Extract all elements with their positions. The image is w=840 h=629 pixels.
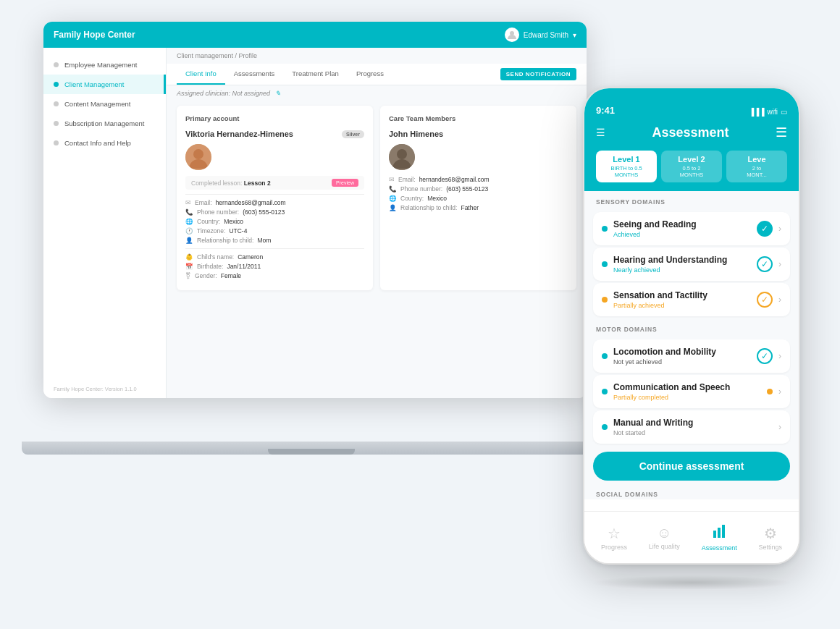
domain-manual[interactable]: Manual and Writing Not started › bbox=[593, 410, 790, 444]
breadcrumb: Client management / Profile bbox=[167, 48, 587, 64]
laptop-container: Family Hope Center Edward Smith ▾ Employ… bbox=[43, 22, 608, 442]
gender-value: Female bbox=[221, 272, 241, 279]
menu-icon[interactable]: ☰ bbox=[776, 124, 787, 140]
domain-dot-icon bbox=[602, 424, 608, 430]
sidebar-dot-icon bbox=[54, 140, 59, 145]
phone-status-bar: 9:41 ▐▐▐ wifi ▭ bbox=[584, 88, 799, 120]
level-tabs: Level 1 BIRTH to 0.5MONTHS Level 2 0.5 t… bbox=[584, 151, 799, 191]
dropdown-arrow-icon[interactable]: ▾ bbox=[573, 31, 576, 39]
sensory-domains-title: SENSORY DOMAINS bbox=[584, 191, 799, 210]
domain-communication[interactable]: Communication and Speech Partially compl… bbox=[593, 375, 790, 408]
assessment-icon bbox=[711, 523, 727, 543]
sidebar-label: Content Management bbox=[64, 100, 130, 108]
hamburger-icon[interactable]: ☰ bbox=[596, 127, 605, 138]
check-icon: ✓ bbox=[757, 221, 773, 237]
edit-icon[interactable]: ✎ bbox=[275, 90, 281, 97]
silver-badge: Silver bbox=[342, 130, 364, 138]
sidebar-dot-icon bbox=[54, 121, 59, 126]
client-name: Viktoria Hernandez-Himenes Silver bbox=[185, 130, 364, 138]
app-header: Family Hope Center Edward Smith ▾ bbox=[43, 22, 587, 48]
nav-life-quality[interactable]: ☺ Life quality bbox=[649, 525, 680, 550]
level-2-sub: 0.5 to 2MONTHS bbox=[668, 165, 715, 178]
domain-name: Hearing and Understanding bbox=[613, 255, 751, 265]
phone-container: 9:41 ▐▐▐ wifi ▭ ☰ Assessment ☰ Level 1 B… bbox=[583, 87, 800, 579]
phone-label: Phone number: bbox=[197, 208, 239, 216]
send-notification-button[interactable]: SEND NOTIFICATION bbox=[500, 68, 576, 80]
phone-shell: 9:41 ▐▐▐ wifi ▭ ☰ Assessment ☰ Level 1 B… bbox=[583, 87, 800, 565]
level-tab-2[interactable]: Level 2 0.5 to 2MONTHS bbox=[661, 151, 722, 182]
preview-button[interactable]: Preview bbox=[332, 179, 358, 187]
domain-text: Hearing and Understanding Nearly achieve… bbox=[613, 255, 751, 274]
country-value: Mexico bbox=[224, 218, 243, 225]
client-name-text: Viktoria Hernandez-Himenes bbox=[185, 130, 293, 138]
nav-assessment[interactable]: Assessment bbox=[702, 523, 737, 552]
domain-hearing[interactable]: Hearing and Understanding Nearly achieve… bbox=[593, 248, 790, 281]
tab-assessments[interactable]: Assessments bbox=[225, 64, 284, 85]
svg-point-2 bbox=[193, 149, 203, 159]
lesson-value: Lesson 2 bbox=[244, 180, 271, 187]
motor-domains-title: MOTOR DOMAINS bbox=[584, 318, 799, 337]
domain-text: Locomotion and Mobility Not yet achieved bbox=[613, 347, 751, 366]
continue-assessment-button[interactable]: Continue assessment bbox=[593, 452, 790, 481]
birthdate-row: 📅 Birthdate: Jan/11/2011 bbox=[185, 263, 364, 270]
member-avatar bbox=[389, 144, 415, 170]
country-label: Country: bbox=[197, 218, 220, 225]
sidebar-item-subscription[interactable]: Subscription Management bbox=[43, 114, 166, 133]
sidebar-item-client[interactable]: Client Management bbox=[43, 75, 166, 94]
social-domains-title: SOCIAL DOMAINS bbox=[584, 486, 799, 499]
sidebar-dot-icon bbox=[54, 101, 59, 106]
divider bbox=[185, 194, 364, 195]
gender-label: Gender: bbox=[195, 272, 217, 279]
domain-name: Seeing and Reading bbox=[613, 219, 751, 229]
tab-treatment[interactable]: Treatment Plan bbox=[283, 64, 348, 85]
nav-settings[interactable]: ⚙ Settings bbox=[759, 525, 783, 551]
two-col-layout: Primary account Viktoria Hernandez-Himen… bbox=[167, 106, 587, 290]
phone-value: (603) 555-0123 bbox=[243, 208, 285, 216]
childs-name-value: Cameron bbox=[238, 253, 263, 261]
domain-text: Manual and Writing Not started bbox=[613, 418, 773, 436]
domain-dot-icon bbox=[602, 226, 608, 232]
nav-progress[interactable]: ☆ Progress bbox=[601, 525, 627, 551]
svg-point-4 bbox=[397, 149, 407, 159]
phone-content: SENSORY DOMAINS Seeing and Reading Achie… bbox=[584, 191, 799, 499]
chevron-right-icon: › bbox=[778, 224, 781, 234]
domain-status: Partially achieved bbox=[613, 302, 751, 309]
app-body: Employee Management Client Management Co… bbox=[43, 48, 587, 398]
assigned-label: Assigned clinician: bbox=[177, 90, 230, 97]
domain-text: Seeing and Reading Achieved bbox=[613, 219, 751, 238]
sidebar-item-employee[interactable]: Employee Management bbox=[43, 55, 166, 75]
level-tab-3[interactable]: Leve 2 toMONT... bbox=[726, 151, 787, 182]
domain-seeing[interactable]: Seeing and Reading Achieved ✓ › bbox=[593, 212, 790, 245]
sidebar: Employee Management Client Management Co… bbox=[43, 48, 167, 398]
member-name-text: John Himenes bbox=[389, 130, 443, 138]
relationship-label: Relationship to child: bbox=[197, 237, 253, 244]
level-1-title: Level 1 bbox=[603, 155, 650, 164]
tab-client-info[interactable]: Client Info bbox=[177, 64, 225, 85]
sidebar-item-contact[interactable]: Contact Info and Help bbox=[43, 133, 166, 153]
svg-rect-6 bbox=[718, 528, 721, 538]
domain-status: Achieved bbox=[613, 231, 751, 238]
domain-sensation[interactable]: Sensation and Tactility Partially achiev… bbox=[593, 283, 790, 316]
domain-dot-icon bbox=[602, 353, 608, 359]
domain-status: Nearly achieved bbox=[613, 266, 751, 274]
care-phone-row: 📞 Phone number: (603) 555-0123 bbox=[389, 185, 568, 193]
assigned-value: Not assigned bbox=[232, 90, 271, 97]
level-3-title: Leve bbox=[734, 155, 780, 164]
phone-header-title: Assessment bbox=[605, 125, 776, 140]
chevron-right-icon: › bbox=[778, 387, 781, 397]
care-email-row: ✉ Email: hernandes68@gmail.com bbox=[389, 176, 568, 183]
settings-icon: ⚙ bbox=[764, 525, 777, 542]
sidebar-item-content[interactable]: Content Management bbox=[43, 94, 166, 114]
level-tab-1[interactable]: Level 1 BIRTH to 0.5MONTHS bbox=[596, 151, 657, 182]
tab-progress[interactable]: Progress bbox=[348, 64, 392, 85]
version-text: Family Hope Center: Version 1.1.0 bbox=[54, 386, 137, 392]
primary-account-title: Primary account bbox=[185, 114, 364, 122]
client-avatar bbox=[185, 144, 211, 170]
divider2 bbox=[185, 248, 364, 249]
domain-status: Not started bbox=[613, 429, 773, 436]
domain-locomotion[interactable]: Locomotion and Mobility Not yet achieved… bbox=[593, 339, 790, 373]
user-name: Edward Smith bbox=[524, 31, 568, 39]
wifi-icon: wifi bbox=[768, 108, 778, 116]
care-phone-label: Phone number: bbox=[400, 185, 442, 193]
tab-bar: Client Info Assessments Treatment Plan P… bbox=[167, 64, 587, 85]
